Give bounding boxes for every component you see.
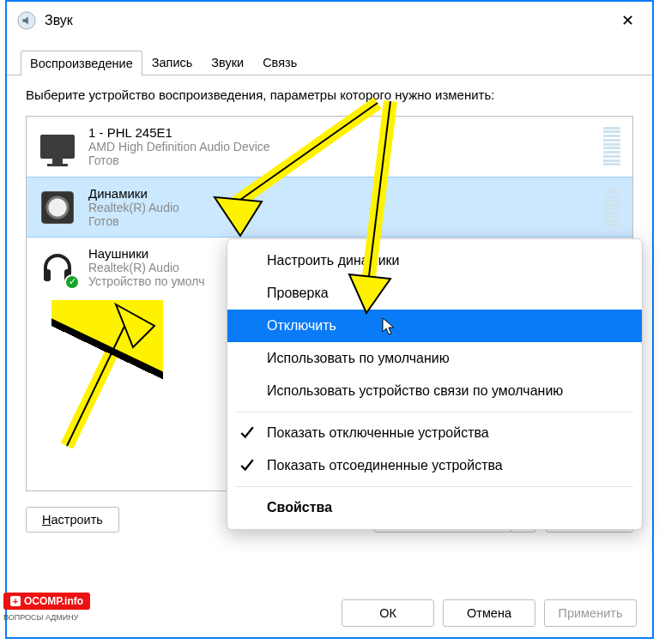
tab-recording[interactable]: Запись	[142, 50, 203, 75]
ctx-disable[interactable]: Отключить	[227, 310, 642, 342]
device-info: 1 - PHL 245E1 AMD High Definition Audio …	[88, 125, 591, 167]
ctx-properties[interactable]: Свойства	[227, 491, 642, 524]
configure-button[interactable]: Настроить	[26, 507, 119, 533]
sound-icon	[17, 11, 36, 30]
device-info: Динамики Realtek(R) Audio Готов	[88, 186, 591, 228]
tab-sounds[interactable]: Звуки	[202, 50, 253, 75]
device-row[interactable]: Динамики Realtek(R) Audio Готов	[27, 177, 632, 238]
device-status: Готов	[88, 153, 591, 167]
checkmark-icon	[239, 458, 255, 473]
tab-communications[interactable]: Связь	[253, 50, 306, 75]
ctx-separator	[236, 486, 633, 487]
device-row[interactable]: 1 - PHL 245E1 AMD High Definition Audio …	[27, 117, 632, 177]
checkmark-icon	[239, 425, 255, 441]
svg-rect-1	[44, 269, 51, 281]
device-driver: Realtek(R) Audio	[88, 201, 591, 214]
speaker-icon	[39, 189, 76, 226]
level-meter	[603, 127, 620, 166]
tab-playback[interactable]: Воспроизведение	[21, 51, 142, 75]
device-driver: AMD High Definition Audio Device	[88, 140, 591, 153]
instruction-text: Выберите устройство воспроизведения, пар…	[26, 87, 633, 102]
titlebar: Звук ✕	[7, 2, 652, 39]
ctx-set-default-comm[interactable]: Использовать устройство связи по умолчан…	[227, 375, 642, 407]
level-meter	[603, 188, 620, 227]
default-badge-icon: ✓	[64, 274, 80, 290]
apply-button[interactable]: Применить	[544, 599, 637, 627]
dialog-footer: ОК Отмена Применить	[7, 589, 652, 637]
ctx-separator	[236, 412, 633, 412]
ctx-set-default[interactable]: Использовать по умолчанию	[227, 342, 642, 375]
headphones-icon: ✓	[39, 249, 76, 286]
cancel-button[interactable]: Отмена	[443, 599, 535, 627]
window-title: Звук	[45, 13, 608, 28]
ctx-show-disabled[interactable]: Показать отключенные устройства	[227, 417, 642, 449]
close-button[interactable]: ✕	[608, 8, 647, 33]
watermark-badge: + OCOMP.info	[3, 593, 90, 610]
monitor-icon	[39, 128, 76, 166]
ctx-label: Показать отсоединенные устройства	[267, 458, 503, 473]
watermark-subtext: ВОПРОСЫ АДМИНУ	[3, 613, 79, 622]
device-name: Динамики	[88, 186, 591, 201]
ctx-show-disconnected[interactable]: Показать отсоединенные устройства	[227, 449, 642, 482]
tabstrip: Воспроизведение Запись Звуки Связь	[7, 48, 652, 75]
ctx-configure-speakers[interactable]: Настроить динамики	[227, 244, 642, 277]
device-name: 1 - PHL 245E1	[88, 125, 591, 140]
ctx-test[interactable]: Проверка	[227, 277, 642, 310]
ctx-label: Показать отключенные устройства	[267, 425, 489, 441]
ok-button[interactable]: ОК	[342, 599, 434, 627]
watermark-text: OCOMP.info	[24, 595, 83, 607]
device-status: Готов	[88, 214, 591, 228]
context-menu[interactable]: Настроить динамики Проверка Отключить Ис…	[227, 238, 643, 530]
